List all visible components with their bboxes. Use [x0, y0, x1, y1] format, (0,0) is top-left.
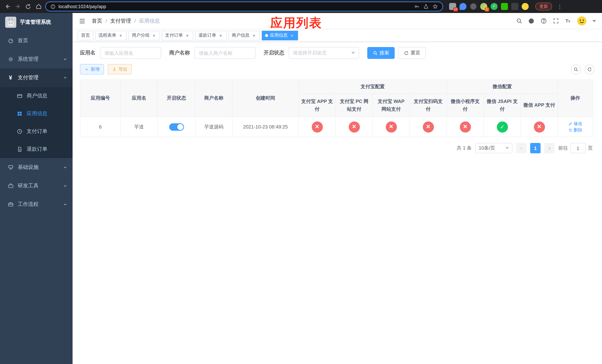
- status-select[interactable]: 请选择开启状态: [289, 47, 359, 59]
- sidebar-item-label: 工作流程: [18, 201, 39, 208]
- tab-label: 退款订单: [198, 32, 216, 39]
- tab-user-group[interactable]: 用户分组: [129, 31, 160, 40]
- sidebar-item-system[interactable]: 系统管理: [0, 50, 73, 68]
- sidebar-item-refund-orders[interactable]: 退款订单: [0, 140, 73, 158]
- top-navbar: 首页 支付管理 应用信息 应用列表: [73, 13, 602, 29]
- refresh-table-icon[interactable]: [585, 64, 595, 74]
- search-button[interactable]: 搜索: [367, 47, 395, 59]
- fullscreen-icon[interactable]: [552, 18, 559, 24]
- col-header-wx-mini: 微信小程序支付: [447, 94, 484, 117]
- close-icon[interactable]: [151, 33, 157, 38]
- github-icon[interactable]: [528, 18, 535, 24]
- col-header-alipay-app: 支付宝 APP 支付: [299, 94, 336, 117]
- sidebar-item-home[interactable]: 首页: [0, 32, 73, 50]
- sidebar-toggle-icon[interactable]: [78, 17, 86, 25]
- browser-update-button[interactable]: 更新: [535, 3, 552, 10]
- select-caret-icon: [351, 52, 355, 54]
- close-icon[interactable]: [290, 33, 295, 38]
- extension-icon-6[interactable]: [501, 3, 508, 10]
- tab-process-form[interactable]: 流程表单: [95, 31, 127, 40]
- bookmark-star-icon[interactable]: [432, 4, 438, 9]
- screen: localhost:1024/pay/app 10 1: [0, 0, 602, 364]
- sidebar-item-infrastructure[interactable]: 基础设施: [0, 158, 73, 177]
- close-icon[interactable]: [251, 33, 257, 38]
- tab-label: 首页: [81, 32, 90, 39]
- wx-jsapi-status-icon: [497, 121, 508, 132]
- status-toggle[interactable]: [169, 123, 184, 130]
- home-icon[interactable]: [35, 3, 42, 10]
- sidebar-item-merchant-info[interactable]: 商户信息: [0, 87, 73, 105]
- address-bar[interactable]: localhost:1024/pay/app: [45, 1, 443, 11]
- extension-badge: 1: [485, 7, 489, 11]
- user-menu-caret-icon[interactable]: [592, 20, 596, 22]
- extension-icon-5[interactable]: [491, 3, 498, 10]
- close-icon[interactable]: [118, 33, 123, 38]
- sidebar-item-label: 首页: [18, 37, 28, 44]
- reset-button[interactable]: 重置: [398, 47, 426, 59]
- export-button[interactable]: 导出: [108, 64, 132, 75]
- extension-pin-icon[interactable]: [511, 3, 518, 10]
- alipay-qr-status-icon: [423, 121, 434, 132]
- col-header-app-id: 应用编号: [80, 80, 120, 117]
- extension-icon-4[interactable]: 1: [480, 3, 487, 10]
- next-page-icon[interactable]: [544, 143, 555, 153]
- forward-icon[interactable]: [14, 3, 22, 10]
- extension-icon-2[interactable]: [460, 3, 466, 10]
- page-number-1[interactable]: 1: [530, 143, 540, 153]
- pagination: 共 1 条 10条/页 1 前往 页: [80, 143, 593, 153]
- sidebar-item-app-info[interactable]: 应用信息: [0, 105, 73, 123]
- browser-menu-icon[interactable]: ⋮: [557, 3, 562, 10]
- font-size-icon[interactable]: [565, 18, 571, 24]
- sidebar: 芋道管理系统 首页 系统管理 支付管理: [0, 13, 73, 364]
- col-header-app-name: 应用名: [120, 80, 158, 117]
- close-icon[interactable]: [218, 33, 223, 38]
- cell-merchant: 芋道源码: [195, 117, 232, 137]
- tab-refund-orders[interactable]: 退款订单: [195, 31, 226, 40]
- toggle-search-icon[interactable]: [571, 64, 581, 74]
- tags-view-bar: 首页 流程表单 用户分组 支付订单 退款订单 商户信息 应用信息: [73, 29, 602, 42]
- app-logo[interactable]: 芋道管理系统: [0, 13, 73, 32]
- tab-app-info[interactable]: 应用信息: [262, 31, 298, 40]
- delete-link[interactable]: 删除: [568, 127, 582, 133]
- navbar-actions: [516, 16, 596, 26]
- tab-pay-orders[interactable]: 支付订单: [162, 31, 193, 40]
- wx-app-status-icon: [534, 121, 545, 132]
- help-icon[interactable]: [540, 18, 547, 24]
- edit-link[interactable]: 修改: [568, 120, 582, 127]
- breadcrumb-item[interactable]: 首页: [92, 18, 107, 24]
- prev-page-icon[interactable]: [516, 143, 527, 153]
- profile-avatar-icon[interactable]: [522, 3, 529, 10]
- app-name-input[interactable]: [100, 47, 161, 59]
- url-text[interactable]: localhost:1024/pay/app: [58, 4, 411, 9]
- search-icon[interactable]: [516, 18, 522, 24]
- merchant-name-input[interactable]: [194, 47, 256, 59]
- share-icon[interactable]: [423, 4, 429, 9]
- password-key-icon[interactable]: [414, 4, 419, 9]
- order-icon: [16, 128, 22, 135]
- extension-icon-1[interactable]: 10: [449, 3, 456, 10]
- app-table: 应用编号 应用名 开启状态 商户名称 创建时间 支付宝配置 微信配置 操作 支付…: [80, 80, 593, 137]
- user-avatar[interactable]: [577, 16, 587, 26]
- sidebar-item-payment[interactable]: 支付管理: [0, 68, 73, 87]
- goto-page-input[interactable]: [570, 143, 586, 153]
- delete-link-label: 删除: [573, 127, 582, 133]
- site-info-icon[interactable]: [50, 4, 55, 9]
- tab-home[interactable]: 首页: [78, 31, 93, 40]
- close-icon[interactable]: [185, 33, 190, 38]
- sidebar-item-label: 应用信息: [27, 110, 47, 117]
- add-button[interactable]: 新增: [80, 64, 104, 75]
- page-size-select[interactable]: 10条/页: [475, 143, 512, 153]
- edit-link-label: 修改: [573, 120, 582, 127]
- sidebar-item-workflow[interactable]: 工作流程: [0, 195, 73, 214]
- alipay-app-status-icon: [312, 121, 323, 132]
- extension-icon-3[interactable]: [470, 3, 477, 10]
- col-header-alipay-pc: 支付宝 PC 网站支付: [336, 94, 373, 117]
- reload-icon[interactable]: [24, 3, 32, 10]
- sidebar-item-devtools[interactable]: 研发工具: [0, 177, 73, 195]
- alipay-pc-status-icon: [349, 121, 360, 132]
- sidebar-item-pay-orders[interactable]: 支付订单: [0, 123, 73, 140]
- tab-merchant-info[interactable]: 商户信息: [228, 31, 260, 40]
- select-caret-icon: [505, 147, 509, 149]
- breadcrumb-item[interactable]: 支付管理: [110, 18, 136, 24]
- back-icon[interactable]: [4, 3, 11, 10]
